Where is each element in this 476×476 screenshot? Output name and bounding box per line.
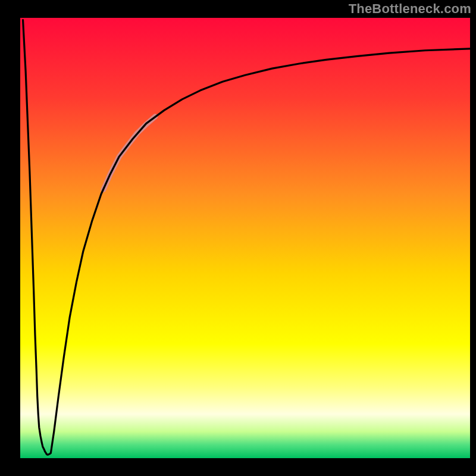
bottleneck-chart: [0, 0, 476, 476]
watermark-text: TheBottleneck.com: [349, 1, 471, 17]
chart-frame: TheBottleneck.com: [0, 0, 476, 476]
